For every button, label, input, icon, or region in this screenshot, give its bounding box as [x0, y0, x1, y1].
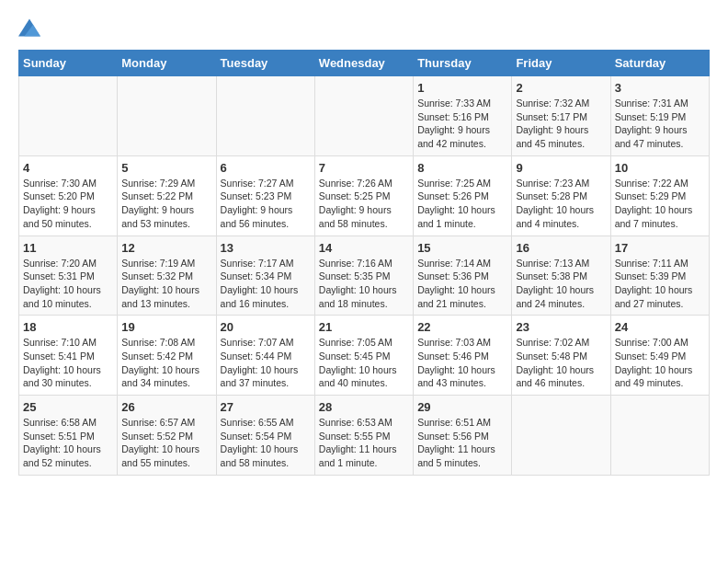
day-number: 26	[121, 400, 211, 414]
calendar-cell: 14Sunrise: 7:16 AM Sunset: 5:35 PM Dayli…	[314, 236, 413, 316]
day-number: 1	[417, 81, 507, 95]
calendar-cell: 27Sunrise: 6:55 AM Sunset: 5:54 PM Dayli…	[216, 396, 314, 476]
day-number: 14	[319, 241, 409, 255]
calendar-cell: 23Sunrise: 7:02 AM Sunset: 5:48 PM Dayli…	[512, 316, 610, 396]
day-number: 23	[516, 320, 606, 334]
day-number: 2	[516, 81, 606, 95]
day-number: 12	[121, 241, 211, 255]
day-info: Sunrise: 7:22 AM Sunset: 5:29 PM Dayligh…	[615, 177, 705, 231]
day-info: Sunrise: 7:08 AM Sunset: 5:42 PM Dayligh…	[121, 336, 211, 390]
calendar-table: SundayMondayTuesdayWednesdayThursdayFrid…	[18, 50, 710, 476]
day-number: 25	[23, 400, 113, 414]
calendar-cell	[314, 76, 413, 156]
day-info: Sunrise: 7:05 AM Sunset: 5:45 PM Dayligh…	[319, 336, 409, 390]
day-number: 9	[516, 161, 606, 175]
day-number: 18	[23, 320, 113, 334]
day-info: Sunrise: 7:16 AM Sunset: 5:35 PM Dayligh…	[319, 257, 409, 311]
calendar-cell: 3Sunrise: 7:31 AM Sunset: 5:19 PM Daylig…	[610, 76, 709, 156]
day-info: Sunrise: 7:11 AM Sunset: 5:39 PM Dayligh…	[615, 257, 705, 311]
weekday-header-monday: Monday	[118, 51, 216, 76]
calendar-cell: 12Sunrise: 7:19 AM Sunset: 5:32 PM Dayli…	[118, 236, 216, 316]
calendar-cell	[610, 396, 709, 476]
day-info: Sunrise: 7:19 AM Sunset: 5:32 PM Dayligh…	[121, 257, 211, 311]
day-number: 21	[319, 320, 409, 334]
weekday-header-friday: Friday	[512, 51, 610, 76]
calendar-cell: 10Sunrise: 7:22 AM Sunset: 5:29 PM Dayli…	[610, 155, 709, 236]
calendar-cell: 24Sunrise: 7:00 AM Sunset: 5:49 PM Dayli…	[610, 316, 709, 396]
calendar-cell: 25Sunrise: 6:58 AM Sunset: 5:51 PM Dayli…	[19, 396, 118, 476]
calendar-week-row: 4Sunrise: 7:30 AM Sunset: 5:20 PM Daylig…	[19, 155, 710, 236]
weekday-header-row: SundayMondayTuesdayWednesdayThursdayFrid…	[19, 51, 710, 76]
calendar-cell: 22Sunrise: 7:03 AM Sunset: 5:46 PM Dayli…	[414, 316, 512, 396]
day-info: Sunrise: 7:29 AM Sunset: 5:22 PM Dayligh…	[121, 177, 211, 231]
calendar-cell: 1Sunrise: 7:33 AM Sunset: 5:16 PM Daylig…	[414, 76, 512, 156]
day-number: 8	[417, 161, 507, 175]
day-info: Sunrise: 6:53 AM Sunset: 5:55 PM Dayligh…	[319, 416, 409, 470]
day-number: 3	[615, 81, 705, 95]
calendar-cell: 15Sunrise: 7:14 AM Sunset: 5:36 PM Dayli…	[414, 236, 512, 316]
day-info: Sunrise: 7:13 AM Sunset: 5:38 PM Dayligh…	[516, 257, 606, 311]
calendar-cell	[118, 76, 216, 156]
day-info: Sunrise: 7:27 AM Sunset: 5:23 PM Dayligh…	[221, 177, 311, 231]
day-number: 4	[23, 161, 113, 175]
day-number: 7	[319, 161, 409, 175]
day-number: 15	[417, 241, 507, 255]
weekday-header-thursday: Thursday	[414, 51, 512, 76]
day-info: Sunrise: 7:31 AM Sunset: 5:19 PM Dayligh…	[615, 97, 705, 151]
calendar-cell: 26Sunrise: 6:57 AM Sunset: 5:52 PM Dayli…	[118, 396, 216, 476]
logo-icon	[18, 18, 40, 37]
day-info: Sunrise: 7:32 AM Sunset: 5:17 PM Dayligh…	[516, 97, 606, 151]
day-number: 5	[121, 161, 211, 175]
day-info: Sunrise: 6:58 AM Sunset: 5:51 PM Dayligh…	[23, 416, 113, 470]
day-info: Sunrise: 6:57 AM Sunset: 5:52 PM Dayligh…	[121, 416, 211, 470]
day-number: 29	[417, 400, 507, 414]
calendar-cell: 20Sunrise: 7:07 AM Sunset: 5:44 PM Dayli…	[216, 316, 314, 396]
weekday-header-saturday: Saturday	[610, 51, 709, 76]
weekday-header-wednesday: Wednesday	[314, 51, 413, 76]
calendar-cell: 18Sunrise: 7:10 AM Sunset: 5:41 PM Dayli…	[19, 316, 118, 396]
calendar-cell: 7Sunrise: 7:26 AM Sunset: 5:25 PM Daylig…	[314, 155, 413, 236]
weekday-header-tuesday: Tuesday	[216, 51, 314, 76]
calendar-cell: 29Sunrise: 6:51 AM Sunset: 5:56 PM Dayli…	[414, 396, 512, 476]
day-info: Sunrise: 7:20 AM Sunset: 5:31 PM Dayligh…	[23, 257, 113, 311]
day-number: 17	[615, 241, 705, 255]
day-number: 10	[615, 161, 705, 175]
day-number: 6	[221, 161, 311, 175]
day-info: Sunrise: 7:00 AM Sunset: 5:49 PM Dayligh…	[615, 336, 705, 390]
weekday-header-sunday: Sunday	[19, 51, 118, 76]
day-info: Sunrise: 7:25 AM Sunset: 5:26 PM Dayligh…	[417, 177, 507, 231]
day-number: 24	[615, 320, 705, 334]
day-number: 13	[221, 241, 311, 255]
day-info: Sunrise: 7:23 AM Sunset: 5:28 PM Dayligh…	[516, 177, 606, 231]
calendar-cell: 28Sunrise: 6:53 AM Sunset: 5:55 PM Dayli…	[314, 396, 413, 476]
header	[18, 18, 710, 40]
calendar-cell	[216, 76, 314, 156]
day-info: Sunrise: 7:33 AM Sunset: 5:16 PM Dayligh…	[417, 97, 507, 151]
logo	[18, 18, 44, 40]
day-info: Sunrise: 6:55 AM Sunset: 5:54 PM Dayligh…	[221, 416, 311, 470]
day-number: 20	[221, 320, 311, 334]
calendar-cell: 6Sunrise: 7:27 AM Sunset: 5:23 PM Daylig…	[216, 155, 314, 236]
calendar-cell: 8Sunrise: 7:25 AM Sunset: 5:26 PM Daylig…	[414, 155, 512, 236]
day-number: 28	[319, 400, 409, 414]
day-number: 19	[121, 320, 211, 334]
calendar-week-row: 25Sunrise: 6:58 AM Sunset: 5:51 PM Dayli…	[19, 396, 710, 476]
calendar-cell: 21Sunrise: 7:05 AM Sunset: 5:45 PM Dayli…	[314, 316, 413, 396]
day-info: Sunrise: 7:07 AM Sunset: 5:44 PM Dayligh…	[221, 336, 311, 390]
calendar-week-row: 11Sunrise: 7:20 AM Sunset: 5:31 PM Dayli…	[19, 236, 710, 316]
calendar-cell: 2Sunrise: 7:32 AM Sunset: 5:17 PM Daylig…	[512, 76, 610, 156]
day-number: 22	[417, 320, 507, 334]
calendar-cell	[19, 76, 118, 156]
day-number: 11	[23, 241, 113, 255]
day-number: 27	[221, 400, 311, 414]
calendar-cell: 5Sunrise: 7:29 AM Sunset: 5:22 PM Daylig…	[118, 155, 216, 236]
day-info: Sunrise: 7:17 AM Sunset: 5:34 PM Dayligh…	[221, 257, 311, 311]
day-info: Sunrise: 7:14 AM Sunset: 5:36 PM Dayligh…	[417, 257, 507, 311]
calendar-cell	[512, 396, 610, 476]
calendar-cell: 16Sunrise: 7:13 AM Sunset: 5:38 PM Dayli…	[512, 236, 610, 316]
calendar-week-row: 1Sunrise: 7:33 AM Sunset: 5:16 PM Daylig…	[19, 76, 710, 156]
calendar-week-row: 18Sunrise: 7:10 AM Sunset: 5:41 PM Dayli…	[19, 316, 710, 396]
calendar-cell: 4Sunrise: 7:30 AM Sunset: 5:20 PM Daylig…	[19, 155, 118, 236]
calendar-cell: 17Sunrise: 7:11 AM Sunset: 5:39 PM Dayli…	[610, 236, 709, 316]
calendar-cell: 9Sunrise: 7:23 AM Sunset: 5:28 PM Daylig…	[512, 155, 610, 236]
